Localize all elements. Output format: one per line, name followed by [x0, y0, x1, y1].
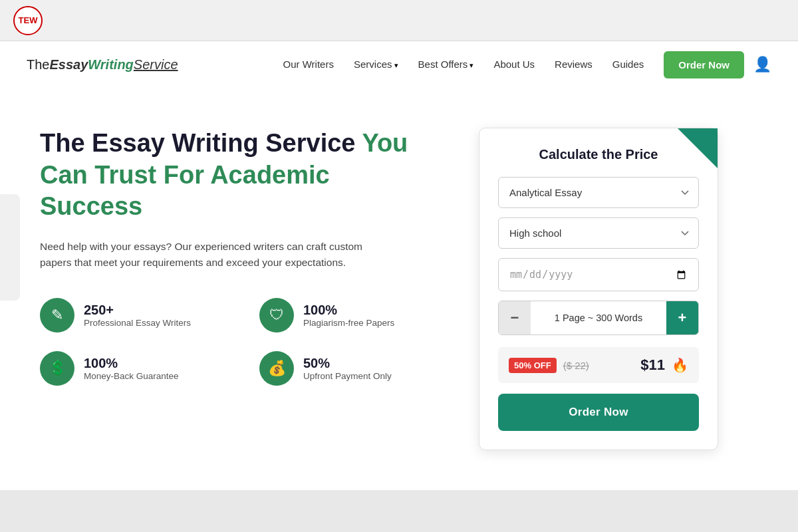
nav-order-button[interactable]: Order Now: [664, 51, 744, 78]
date-input-wrapper: [498, 258, 699, 291]
user-icon[interactable]: 👤: [753, 56, 771, 73]
original-price: ($ 22): [563, 360, 589, 371]
fire-icon: 🔥: [672, 357, 688, 373]
moneyback-icon: 💲: [40, 351, 74, 386]
nav-links: Our Writers Services Best Offers About U…: [283, 59, 644, 70]
stat-item-plagiarism: 🛡 100% Plagiarism-free Papers: [259, 298, 439, 332]
brand-service: Service: [134, 57, 178, 72]
stat-text-plagiarism: 100% Plagiarism-free Papers: [303, 303, 394, 328]
writers-icon: ✎: [40, 298, 74, 332]
stat-number-plagiarism: 100%: [303, 303, 394, 318]
hero-left: The Essay Writing Service You Can Trust …: [40, 128, 439, 386]
stat-number-writers: 250+: [84, 303, 191, 318]
nav-item-reviews[interactable]: Reviews: [555, 59, 593, 70]
stat-label-writers: Professional Essay Writers: [84, 318, 191, 328]
stat-text-moneyback: 100% Money-Back Guarantee: [84, 356, 179, 381]
top-bar: TEW: [0, 0, 798, 41]
hero-description: Need help with your essays? Our experien…: [40, 239, 386, 272]
hero-title-part1: The Essay Writing Service: [40, 129, 362, 157]
hero-section: The Essay Writing Service You Can Trust …: [0, 88, 798, 490]
brand-the: The: [27, 57, 49, 72]
stat-item-moneyback: 💲 100% Money-Back Guarantee: [40, 351, 219, 386]
final-price: $11: [640, 356, 665, 374]
nav-item-about[interactable]: About Us: [493, 59, 535, 70]
stat-number-moneyback: 100%: [84, 356, 179, 371]
calc-title: Calculate the Price: [498, 147, 699, 162]
essay-type-select[interactable]: Analytical Essay Argumentative Essay Des…: [498, 177, 699, 208]
calc-order-button[interactable]: Order Now: [498, 394, 699, 431]
brand-writing: Writing: [88, 57, 134, 72]
stat-label-upfront: Upfront Payment Only: [303, 371, 392, 381]
pages-counter: − 1 Page ~ 300 Words +: [498, 301, 699, 335]
pages-plus-button[interactable]: +: [666, 301, 698, 334]
pages-label: 1 Page ~ 300 Words: [531, 313, 666, 323]
pages-minus-button[interactable]: −: [499, 301, 531, 334]
upfront-icon: 💰: [259, 351, 294, 386]
nav-item-guides[interactable]: Guides: [612, 59, 644, 70]
logo-badge: TEW: [13, 6, 43, 35]
plagiarism-icon: 🛡: [259, 298, 294, 332]
brand-essay: Essay: [49, 57, 88, 72]
stat-item-upfront: 💰 50% Upfront Payment Only: [259, 351, 439, 386]
stat-item-writers: ✎ 250+ Professional Essay Writers: [40, 298, 219, 332]
stat-text-writers: 250+ Professional Essay Writers: [84, 303, 191, 328]
nav-item-services[interactable]: Services: [354, 59, 398, 70]
stat-number-upfront: 50%: [303, 356, 392, 371]
navbar: TheEssayWritingService Our Writers Servi…: [0, 41, 798, 88]
stat-text-upfront: 50% Upfront Payment Only: [303, 356, 392, 381]
education-level-select[interactable]: High school Undergraduate Bachelor Maste…: [498, 217, 699, 249]
stats-grid: ✎ 250+ Professional Essay Writers 🛡 100%…: [40, 298, 439, 386]
calc-corner-decoration: [678, 128, 718, 168]
deadline-date-input[interactable]: [498, 258, 699, 291]
price-row: 50% OFF ($ 22) $11 🔥: [498, 347, 699, 383]
stat-label-plagiarism: Plagiarism-free Papers: [303, 318, 394, 328]
stat-label-moneyback: Money-Back Guarantee: [84, 371, 179, 381]
off-badge: 50% OFF: [509, 358, 557, 373]
nav-brand[interactable]: TheEssayWritingService: [27, 57, 178, 72]
price-calculator: Calculate the Price Analytical Essay Arg…: [479, 128, 718, 450]
nav-item-writers[interactable]: Our Writers: [283, 59, 334, 70]
hero-title: The Essay Writing Service You Can Trust …: [40, 128, 439, 223]
nav-item-best-offers[interactable]: Best Offers: [418, 59, 474, 70]
hero-decoration: [0, 194, 20, 301]
